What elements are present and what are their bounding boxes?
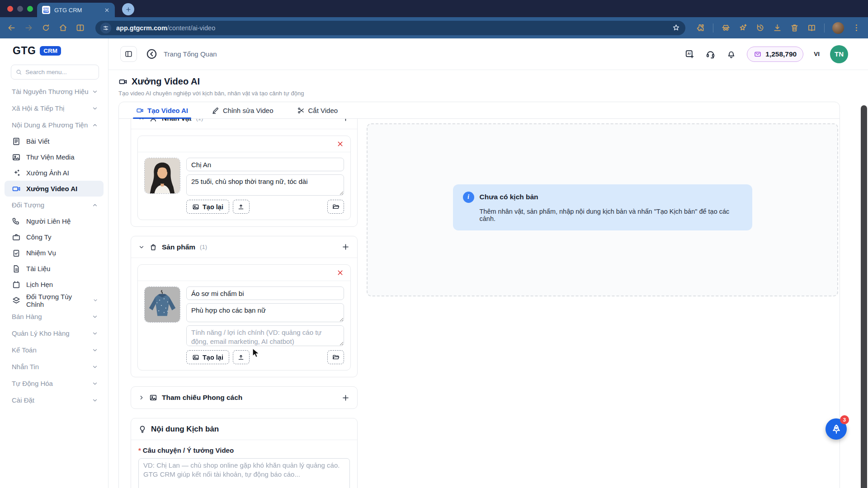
character-photo[interactable] [144, 158, 180, 194]
tab-close-icon[interactable] [104, 7, 110, 13]
back-icon[interactable] [7, 23, 16, 33]
upload-product-image-button[interactable] [233, 350, 250, 364]
image-icon [192, 354, 199, 361]
search-input[interactable] [25, 69, 94, 75]
chevron-down-icon [92, 364, 98, 370]
app-window: GTG CRM Tài Nguyên Thương Hiệu Xã Hội & … [0, 38, 868, 488]
product-photo[interactable] [144, 286, 180, 323]
page-subtitle: Tạo video AI chuyên nghiệp với kịch bản,… [118, 90, 868, 97]
tab-edit-video[interactable]: Chỉnh sửa Video [212, 102, 274, 118]
page-scrollbar[interactable] [861, 105, 867, 488]
chevron-up-icon [138, 119, 145, 122]
character-description-textarea[interactable]: 25 tuổi, chủ shop thời trang nữ, tóc dài [186, 174, 344, 196]
section-label: Kế Toán [12, 346, 37, 354]
tab-cut-video[interactable]: Cắt Video [297, 102, 338, 118]
site-settings-icon[interactable] [100, 23, 111, 33]
sidebar-item-contacts[interactable]: Người Liên Hệ [5, 213, 104, 229]
reload-icon[interactable] [41, 23, 51, 33]
sidebar-section-accounting[interactable]: Kế Toán [0, 342, 108, 358]
headset-icon[interactable] [705, 49, 716, 59]
sidebar-item-media-library[interactable]: Thư Viện Media [5, 149, 104, 165]
browser-tab[interactable]: GTG CRM GTG CRM [37, 3, 115, 17]
downloads-icon[interactable] [773, 23, 782, 33]
product-name-input[interactable] [186, 286, 344, 300]
regenerate-product-button[interactable]: Tạo lại [186, 350, 229, 364]
delete-character-button[interactable] [336, 140, 344, 148]
delete-product-button[interactable] [336, 269, 344, 277]
sidebar-section-brand-assets[interactable]: Tài Nguyên Thương Hiệu [0, 83, 108, 100]
sidebar-section-social[interactable]: Xã Hội & Tiếp Thị [0, 100, 108, 117]
window-zoom-button[interactable] [27, 6, 33, 12]
sidebar-item-tasks[interactable]: Nhiệm Vụ [5, 245, 104, 261]
browse-character-library-button[interactable] [327, 200, 344, 214]
fab-notification-badge: 3 [840, 415, 849, 424]
window-controls[interactable] [7, 6, 33, 12]
add-character-button[interactable] [341, 119, 350, 122]
scissors-icon [297, 107, 305, 114]
browse-product-library-button[interactable] [327, 350, 344, 364]
sidebar-item-ai-video-studio[interactable]: Xưởng Video AI [5, 181, 104, 197]
sidebar-item-custom-objects[interactable]: Đối Tượng Tùy Chỉnh [5, 292, 104, 308]
tab-create-video[interactable]: Tạo Video AI [136, 102, 188, 118]
product-description-textarea[interactable]: Phù hợp cho các bạn nữ [186, 303, 344, 322]
image-icon [12, 153, 21, 162]
language-selector[interactable]: VI [814, 51, 820, 57]
sidebar-item-articles[interactable]: Bài Viết [5, 133, 104, 149]
upload-icon [237, 203, 245, 211]
sidebar-item-appointments[interactable]: Lịch Hẹn [5, 277, 104, 292]
history-icon[interactable] [755, 23, 765, 33]
sidebar-section-sales[interactable]: Bán Hàng [0, 308, 108, 325]
add-product-button[interactable] [341, 243, 350, 251]
browser-profile-avatar[interactable] [832, 22, 844, 34]
window-minimize-button[interactable] [17, 6, 23, 12]
product-section-header[interactable]: Sản phẩm (1) [131, 236, 357, 258]
trash-icon[interactable] [790, 23, 799, 33]
product-card-toolbar [138, 265, 350, 281]
empty-script-notice: i Chưa có kịch bản Thêm nhân vật, sản ph… [453, 184, 752, 230]
sidebar-item-documents[interactable]: Tài Liệu [5, 261, 104, 277]
sidebar-section-content-media[interactable]: Nội Dung & Phương Tiện [0, 117, 108, 133]
window-close-button[interactable] [7, 6, 13, 12]
home-icon[interactable] [58, 23, 68, 33]
sidebar-section-inventory[interactable]: Quản Lý Kho Hàng [0, 325, 108, 342]
sidebar-section-settings[interactable]: Cài Đặt [0, 392, 108, 408]
upload-character-image-button[interactable] [233, 200, 250, 214]
side-panel-icon[interactable] [75, 23, 85, 33]
back-circle-button[interactable] [146, 48, 158, 60]
story-textarea[interactable] [138, 458, 350, 488]
regenerate-character-button[interactable]: Tạo lại [186, 200, 229, 214]
sidebar-section-messaging[interactable]: Nhắn Tin [0, 358, 108, 375]
section-label: Tài Nguyên Thương Hiệu [12, 88, 89, 95]
extensions-icon[interactable] [696, 23, 705, 33]
sidebar: GTG CRM Tài Nguyên Thương Hiệu Xã Hội & … [0, 38, 108, 488]
breadcrumb[interactable]: Trang Tổng Quan [164, 50, 217, 58]
sidebar-item-ai-image-studio[interactable]: Xưởng Ảnh AI [5, 165, 104, 181]
browser-menu-icon[interactable] [852, 23, 861, 33]
url-bar[interactable]: app.gtgcrm.com/content/ai-video [95, 21, 685, 35]
sidebar-toggle-button[interactable] [120, 46, 137, 62]
user-avatar[interactable]: TN [830, 45, 848, 63]
forward-icon[interactable] [24, 23, 33, 33]
product-features-textarea[interactable] [186, 325, 344, 346]
logo[interactable]: GTG CRM [0, 45, 108, 57]
ai-image-icon[interactable]: AI [684, 49, 695, 59]
character-name-input[interactable] [186, 158, 344, 171]
style-reference-header[interactable]: Tham chiếu Phong cách [131, 387, 357, 408]
clipboard-check-icon [12, 249, 21, 258]
chevron-down-icon [92, 105, 98, 112]
reading-list-icon[interactable] [807, 23, 816, 33]
add-style-reference-button[interactable] [341, 394, 350, 402]
new-tab-button[interactable] [122, 3, 134, 15]
favorites-star-icon[interactable] [738, 23, 748, 33]
character-section-header[interactable]: Nhân vật (1) [131, 119, 357, 129]
launcher-fab[interactable]: 3 [826, 418, 847, 440]
sidebar-item-label: Nhiệm Vụ [26, 249, 56, 257]
credits-balance[interactable]: 1,258,790 [747, 47, 803, 62]
sidebar-search[interactable] [11, 65, 99, 80]
sidebar-item-companies[interactable]: Công Ty [5, 229, 104, 245]
sidebar-section-automation[interactable]: Tự Động Hóa [0, 375, 108, 392]
sidebar-section-objects[interactable]: Đối Tượng [0, 197, 108, 213]
bookmark-star-icon[interactable] [672, 23, 680, 32]
bell-icon[interactable] [726, 49, 736, 59]
incognito-icon[interactable] [721, 23, 731, 33]
